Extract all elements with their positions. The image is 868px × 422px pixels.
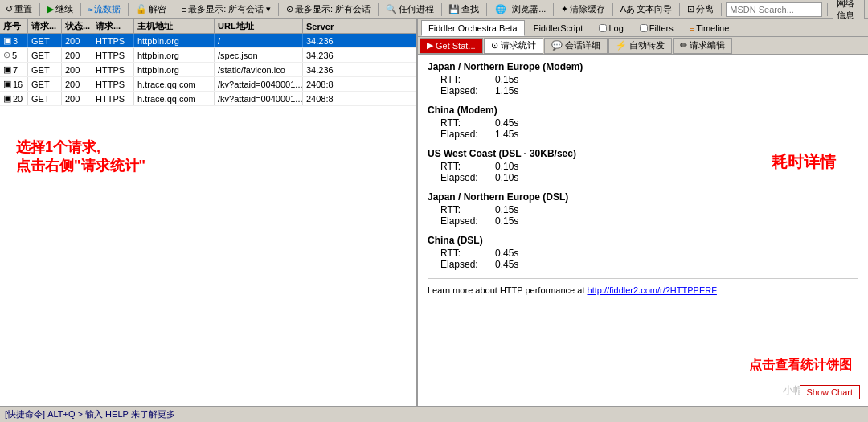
toolbar-find-btn[interactable]: 🔍 任何进程 [383,2,436,16]
stats-title: China (DSL) [428,235,858,246]
toolbar-text-wizard-btn[interactable]: Aあ 文本向导 [618,2,674,16]
stats-value: 1.45s [495,129,518,140]
stats-icon: ⊙ [491,40,498,51]
sub-tab-request-stats[interactable]: ⊙ 请求统计 [484,38,543,54]
show-chart-button[interactable]: Show Chart [800,385,860,399]
sub-tab-session-detail[interactable]: 💬 会话详细 [544,38,608,54]
cell-status: 200 [62,48,92,62]
toolbar-separator-10 [612,3,613,16]
stats-content: Japan / Northern Europe (Modem) RTT: 0.1… [418,55,868,406]
status-bar: [快捷命令] ALT+Q > 输入 HELP 来了解更多 [0,406,868,422]
save-icon: 💾 [448,4,460,14]
toolbar-decrypt-btn[interactable]: 🔓 解密 [133,2,169,16]
row-icon: ▣ [3,93,11,104]
cell-num: ⊙ 5 [0,48,28,62]
tab-fiddler-orchestra[interactable]: Fiddler Orchestra Beta [421,20,525,36]
sub-tab-get-stat[interactable]: ▶ Get Stat... [420,38,483,54]
arrow-icon: ▶ [427,40,433,51]
stats-row-elapsed: Elapsed: 0.10s [440,172,858,183]
stats-value: 0.45s [495,117,518,129]
cell-method: GET [28,77,62,91]
cell-method: GET [28,34,62,47]
stats-label: Elapsed: [440,85,489,96]
stats-label: Elapsed: [440,172,489,183]
annotation-pie-chart: 点击查看统计饼图 [749,357,852,374]
session-row-5[interactable]: ⊙ 5 GET 200 HTTPS httpbin.org /spec.json… [0,48,416,63]
cell-num: ▣ 7 [0,63,28,76]
cell-protocol: HTTPS [92,34,134,47]
stream-icon: ≈ [88,5,92,14]
toolbar-separator-2 [80,3,81,16]
toolbar-detach-btn[interactable]: ⊡ 分离 [685,2,716,16]
detail-icon: 💬 [551,40,563,51]
stats-title: Japan / Northern Europe (DSL) [428,191,858,203]
perf-link[interactable]: http://fiddler2.com/r/?HTTPPERF [588,285,717,295]
toolbar-stream-btn[interactable]: ≈ 流数据 [85,2,123,16]
tab-filters[interactable]: Filters [633,20,681,36]
log-checkbox[interactable] [599,24,607,32]
cell-host: httpbin.org [134,48,215,62]
stats-row-elapsed: Elapsed: 0.15s [440,215,858,227]
header-protocol: 请求... [92,19,134,33]
stats-section-china-dsl: China (DSL) RTT: 0.45s Elapsed: 0.45s [428,235,858,270]
search-input[interactable] [726,2,822,17]
tab-log[interactable]: Log [592,20,630,36]
session-row-16[interactable]: ▣ 16 GET 200 HTTPS h.trace.qq.com /kv?at… [0,77,416,92]
toolbar-continue-btn[interactable]: ▶ 继续 [45,2,76,16]
play-icon: ▶ [47,4,54,14]
fiddler-top-tabs: Fiddler Orchestra Beta FiddlerScript Log… [418,19,868,37]
stats-label: Elapsed: [440,215,489,227]
session-row-20[interactable]: ▣ 20 GET 200 HTTPS h.trace.qq.com /kv?at… [0,92,416,106]
cell-server: 34.236 [303,63,416,76]
sub-tab-auto-forward[interactable]: ⚡ 自动转发 [608,38,672,54]
session-row-3[interactable]: ▣ 3 GET 200 HTTPS httpbin.org / 34.236 [0,34,416,48]
toolbar-separator-7 [441,3,442,16]
cell-url: /spec.json [215,48,303,62]
toolbar-save-btn[interactable]: 💾 查找 [446,2,481,16]
toolbar-browser-btn[interactable]: 浏览器... [510,2,548,16]
clear-icon: ✦ [561,4,568,14]
sub-tab-request-edit[interactable]: ✏ 请求编辑 [673,38,732,54]
stats-row-rtt: RTT: 0.15s [440,204,858,215]
stats-label: RTT: [440,161,489,172]
toolbar-separator-9 [553,3,554,16]
tab-timeline[interactable]: ≡ Timeline [682,20,737,36]
stats-section-japan-modem: Japan / Northern Europe (Modem) RTT: 0.1… [428,61,858,96]
stats-value: 0.15s [495,74,518,85]
header-method: 请求... [28,19,62,33]
left-panel: 序号 请求... 状态... 请求... 主机地址 URL地址 Server ▣… [0,19,418,406]
status-bar-text: [快捷命令] ALT+Q > 输入 HELP 来了解更多 [5,408,175,420]
stats-value: 0.15s [495,215,518,227]
header-host: 主机地址 [134,19,215,33]
toolbar-process-btn[interactable]: ⊙ 最多显示: 所有会话 [284,2,373,16]
row-icon: ▣ [3,64,11,75]
stats-section-japan-dsl: Japan / Northern Europe (DSL) RTT: 0.15s… [428,191,858,227]
timeline-icon: ≡ [690,23,694,33]
cell-url: /kv?attaid=0040001... [215,92,303,105]
stats-title: Japan / Northern Europe (Modem) [428,61,858,72]
toolbar-separator-5 [278,3,279,16]
right-panel: Fiddler Orchestra Beta FiddlerScript Log… [418,19,868,406]
find-icon: 🔍 [386,4,397,14]
stats-title: China (Modem) [428,104,858,116]
toolbar-clear-cache-btn[interactable]: ✦ 清除缓存 [559,2,608,16]
cell-server: 2408:8 [303,92,416,105]
cell-protocol: HTTPS [92,63,134,76]
cell-url: / [215,34,303,47]
filters-checkbox[interactable] [640,24,648,32]
toolbar-reset-btn[interactable]: ↺ 重置 [3,2,35,16]
tab-fiddler-script[interactable]: FiddlerScript [526,20,591,36]
cell-host: httpbin.org [134,34,215,47]
session-row-7[interactable]: ▣ 7 GET 200 HTTPS httpbin.org /static/fa… [0,63,416,77]
annotation-select-request: 选择1个请求, 点击右侧"请求统计" [16,138,145,176]
stats-row-elapsed: Elapsed: 0.45s [440,259,858,270]
session-list: ▣ 3 GET 200 HTTPS httpbin.org / 34.236 ⊙… [0,34,416,406]
stats-label: Elapsed: [440,259,489,270]
cell-server: 2408:8 [303,77,416,91]
toolbar-show-all-btn[interactable]: ≡ 最多显示: 所有会话 ▾ [179,2,274,16]
cell-num: ▣ 20 [0,92,28,105]
cell-method: GET [28,48,62,62]
stats-value: 0.15s [495,204,518,215]
session-table-header: 序号 请求... 状态... 请求... 主机地址 URL地址 Server [0,19,416,34]
cell-host: h.trace.qq.com [134,92,215,105]
